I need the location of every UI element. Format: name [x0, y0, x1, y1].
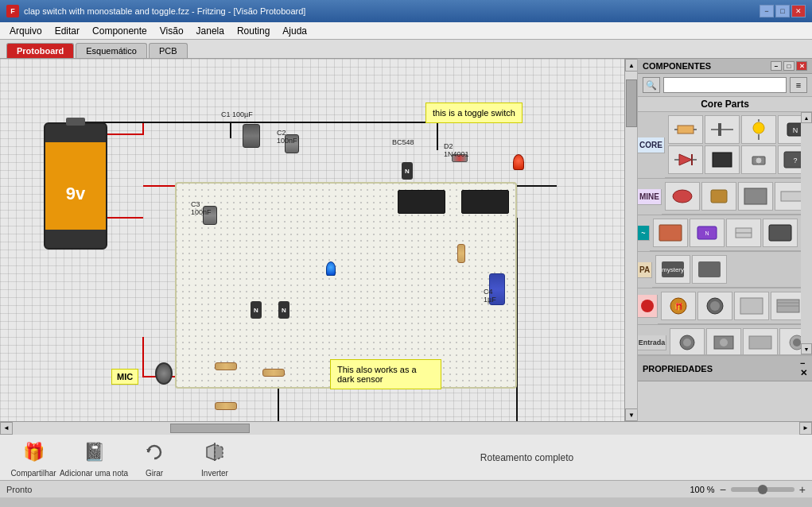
panel-minimize[interactable]: −: [771, 61, 782, 71]
mine-comp-1[interactable]: [665, 182, 700, 211]
tab-esquematico[interactable]: Esquemático: [76, 43, 147, 58]
routing-complete-text: Roteamento completo: [251, 452, 802, 463]
comp-transistor[interactable]: N: [778, 115, 801, 144]
menu-componente[interactable]: Componente: [86, 24, 153, 38]
options-button[interactable]: ≡: [790, 77, 807, 93]
share-button[interactable]: 🎁 Compartilhar: [10, 438, 57, 478]
red-comp-3[interactable]: [734, 292, 769, 320]
components-grid: CORE: [638, 112, 801, 354]
minimize-button[interactable]: −: [760, 5, 774, 17]
svg-rect-22: [713, 153, 732, 167]
section-pa: PA mystery: [638, 252, 801, 288]
rotate-icon: [140, 438, 169, 466]
resistor-3: [457, 244, 465, 263]
comp-ic[interactable]: [705, 145, 740, 174]
menu-ajuda[interactable]: Ajuda: [276, 24, 313, 38]
battery-terminal: [66, 118, 85, 126]
panel-window-controls: − □ ✕: [771, 61, 807, 71]
svg-text:mystery: mystery: [662, 266, 684, 273]
resistor-2: [215, 402, 237, 410]
close-button[interactable]: ✕: [791, 5, 806, 17]
label-d2: D21N4001: [444, 142, 469, 158]
entrada-comp-1[interactable]: [670, 328, 705, 354]
red-comp-4[interactable]: [771, 292, 801, 320]
comp-led[interactable]: [741, 115, 776, 144]
add-note-button[interactable]: 📓 Adicionar uma nota: [70, 438, 118, 478]
comp-scroll-up[interactable]: ▲: [801, 112, 812, 123]
search-area: 🔍 ≡: [638, 74, 812, 97]
pa-comp-1[interactable]: mystery: [655, 255, 690, 284]
entrada-comp-2[interactable]: [706, 328, 741, 354]
menu-visao[interactable]: Visão: [153, 24, 190, 38]
svg-rect-29: [744, 188, 767, 204]
comp-diode[interactable]: [668, 145, 703, 174]
menu-janela[interactable]: Janela: [190, 24, 231, 38]
hscroll-thumb[interactable]: [170, 424, 250, 433]
comp-capacitor[interactable]: [705, 115, 740, 144]
menu-editar[interactable]: Editar: [49, 24, 86, 38]
section-entrada: Entrada: [638, 325, 801, 354]
entrada-grid: [666, 325, 801, 354]
capacitor-c1: [243, 124, 260, 148]
zoom-minus-button[interactable]: −: [720, 483, 726, 496]
props-close[interactable]: ✕: [800, 368, 807, 378]
comp-scroll-track[interactable]: [801, 123, 812, 343]
mine-comp-4[interactable]: [775, 182, 801, 211]
tab-pcb[interactable]: PCB: [149, 43, 188, 58]
rotate-button[interactable]: Girar: [130, 438, 178, 478]
panel-close[interactable]: ✕: [796, 61, 807, 71]
zoom-thumb[interactable]: [758, 485, 767, 494]
scroll-up-button[interactable]: ▲: [625, 59, 638, 72]
svg-rect-7: [678, 126, 694, 134]
props-minimize[interactable]: −: [800, 358, 807, 368]
hscroll-track[interactable]: [13, 422, 799, 435]
comp-pushbutton[interactable]: [741, 145, 776, 174]
search-icon-button[interactable]: 🔍: [643, 77, 660, 93]
mine-comp-3[interactable]: [738, 182, 773, 211]
hscroll-left[interactable]: ◄: [0, 422, 13, 435]
zoom-plus-button[interactable]: +: [799, 483, 806, 496]
properties-panel-header: PROPRIEDADES − ✕: [638, 356, 812, 381]
arduino-comp-1[interactable]: [653, 219, 688, 247]
maximize-button[interactable]: □: [775, 5, 790, 17]
arduino-comp-3[interactable]: [726, 219, 761, 247]
hscroll-right[interactable]: ►: [799, 422, 812, 435]
tab-protoboard[interactable]: Protoboard: [6, 43, 74, 58]
comp-resistor[interactable]: [668, 115, 703, 144]
menu-arquivo[interactable]: Arquivo: [3, 24, 49, 38]
components-vscrollbar[interactable]: ▲ ▼: [801, 112, 812, 354]
menubar: Arquivo Editar Componente Visão Janela R…: [0, 22, 812, 40]
scroll-track[interactable]: [625, 72, 637, 408]
canvas-hscrollbar[interactable]: ◄ ►: [0, 421, 812, 434]
red-comp-2[interactable]: [697, 292, 732, 320]
transistor-2: N: [278, 301, 289, 319]
canvas-vscrollbar[interactable]: ▲ ▼: [624, 59, 637, 421]
panel-maximize[interactable]: □: [783, 61, 795, 71]
arduino-comp-4[interactable]: [763, 219, 798, 247]
arduino-comp-2[interactable]: N: [690, 219, 725, 247]
mine-comp-2[interactable]: [701, 182, 736, 211]
scroll-thumb[interactable]: [626, 79, 637, 127]
pa-comp-2[interactable]: [692, 255, 727, 284]
zoom-slider[interactable]: [731, 487, 795, 492]
search-input[interactable]: [663, 77, 787, 93]
entrada-comp-4[interactable]: [779, 328, 801, 354]
mine-grid: [662, 179, 801, 215]
comp-scroll-down[interactable]: ▼: [801, 343, 812, 354]
flip-button[interactable]: Inverter: [191, 438, 239, 478]
comp-mystery[interactable]: ?: [778, 145, 801, 174]
entrada-comp-3[interactable]: [743, 328, 778, 354]
props-controls: − ✕: [800, 358, 807, 378]
menu-routing[interactable]: Routing: [231, 24, 276, 38]
arduino-grid: N: [650, 215, 801, 251]
status-text: Pronto: [6, 485, 32, 494]
resistor-4: [262, 369, 285, 377]
canvas-area[interactable]: 9v C1 100µF C2100nF C3100nF N BC548 D21N…: [0, 59, 624, 421]
add-note-icon: 📓: [80, 438, 108, 466]
red-comp-1[interactable]: 🎁: [661, 292, 696, 320]
section-red-label: [638, 295, 658, 318]
scroll-down-button[interactable]: ▼: [625, 408, 638, 421]
svg-text:N: N: [793, 126, 798, 134]
label-c3: C3100nF: [191, 200, 212, 216]
ic-chip-1: [398, 190, 445, 214]
